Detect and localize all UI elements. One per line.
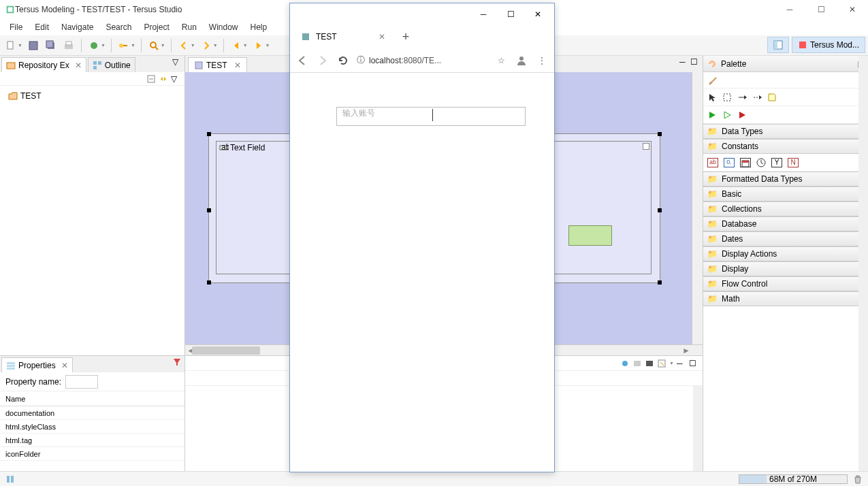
memory-bar[interactable]: 68M of 270M [739,474,848,484]
info-icon[interactable]: ⓘ [357,54,365,66]
page-input[interactable]: 输入账号 [336,107,526,126]
back-button[interactable] [228,37,244,54]
new-button[interactable] [3,37,19,54]
browser-reload-button[interactable] [336,54,350,67]
browser-close-button[interactable]: ✕ [524,5,551,24]
perspective-tersus[interactable]: Tersus Mod... [792,37,865,53]
brush-icon[interactable] [707,76,717,85]
console-vscrollbar[interactable] [693,386,703,471]
drawer-math[interactable]: 📁Math [703,291,868,306]
play-red-icon[interactable] [737,110,747,120]
tab-properties[interactable]: Properties ✕ [1,357,73,372]
const-time-icon[interactable] [756,158,766,167]
drawer-constants[interactable]: 📁Constants [703,139,868,154]
drawer-basic[interactable]: 📁Basic [703,187,868,201]
drawer-database[interactable]: 📁Database [703,216,868,231]
note-icon[interactable] [767,93,777,102]
property-name-input[interactable] [65,375,98,389]
const-num-icon[interactable]: 0. [724,158,735,167]
const-text-icon[interactable]: ab [707,158,718,167]
marquee-tool-icon[interactable] [722,93,732,102]
run-button[interactable] [116,37,132,54]
menu-search[interactable]: Search [100,21,137,33]
console-min-icon[interactable]: ─ [677,359,686,368]
const-no-icon[interactable]: N [788,158,799,167]
menu-run[interactable]: Run [176,21,202,33]
search-button[interactable] [146,37,162,54]
gc-trash-icon[interactable] [853,474,863,484]
debug-button[interactable] [86,37,102,54]
browser-new-tab-button[interactable]: + [396,27,415,46]
palette-vscrollbar[interactable] [858,56,868,471]
browser-tab-close-icon[interactable]: ✕ [379,32,385,42]
browser-tab[interactable]: TEST ✕ [295,27,391,47]
drawer-dates[interactable]: 📁Dates [703,231,868,246]
close-icon[interactable]: ✕ [61,361,68,370]
menu-file[interactable]: File [4,21,28,33]
collapse-all-icon[interactable] [146,74,156,84]
tab-repository[interactable]: Repository Ex ✕ [1,57,86,72]
close-icon[interactable]: ✕ [75,61,82,70]
forward-button[interactable] [251,37,267,54]
drawer-display-actions[interactable]: 📁Display Actions [703,246,868,261]
minimize-view-icon[interactable]: ─ [679,57,689,67]
tab-outline[interactable]: Outline [88,57,135,72]
menu-navigate[interactable]: Navigate [56,21,99,33]
browser-address-bar[interactable]: ⓘ localhost:8080/TE... [357,54,487,66]
drawer-flow-control[interactable]: 📁Flow Control [703,276,868,291]
console-display-icon[interactable] [632,359,642,368]
close-button[interactable]: ✕ [837,0,868,19]
browser-back-button[interactable] [295,54,309,67]
browser-minimize-button[interactable]: ─ [470,5,497,24]
minimize-button[interactable]: ─ [774,0,805,19]
user-icon[interactable] [515,54,528,67]
close-icon[interactable]: ✕ [234,61,241,70]
resize-corner-icon[interactable] [643,143,649,150]
tree-item-test[interactable]: TEST [5,90,179,102]
star-icon[interactable]: ☆ [494,54,508,67]
menu-window[interactable]: Window [204,21,244,33]
browser-maximize-button[interactable]: ☐ [497,5,524,24]
connector-icon[interactable] [737,93,747,102]
console-open-icon[interactable] [657,359,666,368]
browser-forward-button[interactable] [316,54,329,67]
filter-icon[interactable] [172,357,182,367]
maximize-button[interactable]: ☐ [805,0,837,19]
view-menu-icon[interactable]: ▽ [172,57,182,67]
property-row[interactable]: html.tag [0,434,184,447]
select-tool-icon[interactable] [707,93,717,102]
palette-header[interactable]: Palette ▷ [703,56,868,72]
console-terminal-icon[interactable] [645,359,654,368]
nav-prev-button[interactable] [176,37,192,54]
play-green-icon[interactable] [707,110,717,120]
properties-column-name[interactable]: Name [0,391,184,406]
property-row[interactable]: iconFolder [0,447,184,461]
menu-project[interactable]: Project [138,21,174,33]
nav-next-button[interactable] [198,37,214,54]
menu-dots-icon[interactable]: ⋮ [535,54,549,67]
menu-help[interactable]: Help [245,21,273,33]
save-button[interactable] [25,37,42,54]
console-max-icon[interactable]: ☐ [689,359,698,368]
drawer-collections[interactable]: 📁Collections [703,201,868,216]
properties-table[interactable]: Name documentation html.styleClass html.… [0,391,184,471]
repository-tree[interactable]: TEST [0,86,184,355]
print-button[interactable] [61,37,77,54]
maximize-view-icon[interactable]: ☐ [690,57,700,67]
const-yes-icon[interactable]: Y [771,158,782,167]
view-menu-button[interactable]: ▽ [171,74,180,84]
play-outline-icon[interactable] [722,110,732,120]
green-element[interactable] [568,225,612,246]
menu-edit[interactable]: Edit [29,21,54,33]
drawer-display[interactable]: 📁Display [703,261,868,276]
status-icon[interactable] [5,474,15,484]
open-perspective-button[interactable] [767,37,789,53]
save-all-button[interactable] [43,37,59,54]
console-pin-icon[interactable] [620,359,630,368]
editor-tab-test[interactable]: TEST ✕ [188,57,247,72]
const-date-icon[interactable] [740,158,751,167]
property-row[interactable]: documentation [0,406,184,420]
property-row[interactable]: html.styleClass [0,420,184,434]
drawer-formatted[interactable]: 📁Formatted Data Types [703,172,868,187]
connector-dashed-icon[interactable] [752,93,762,102]
